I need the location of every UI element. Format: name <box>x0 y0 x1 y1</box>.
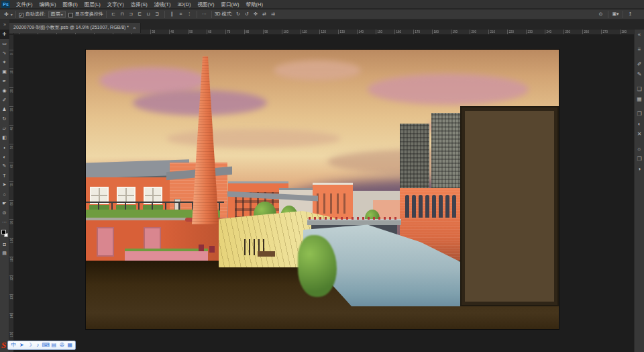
3d-orbit-icon[interactable]: ↻ <box>235 11 242 18</box>
ime-toolbox-icon[interactable]: ▦ <box>66 341 74 349</box>
type-tool[interactable]: T <box>0 171 9 180</box>
zoom-tool[interactable]: ⊙ <box>0 208 9 218</box>
scene-gray-tower <box>431 113 464 200</box>
menu-help[interactable]: 帮助(H) <box>243 0 266 9</box>
brush-settings-panel-icon[interactable]: ✎ <box>635 69 644 79</box>
path-selection-tool[interactable]: ➤ <box>0 180 9 189</box>
pasteboard[interactable] <box>14 35 634 352</box>
gradient-tool[interactable]: ◧ <box>0 133 9 142</box>
ime-lang-chinese-icon[interactable]: 中 <box>9 341 17 349</box>
crop-tool[interactable]: ▣ <box>0 67 9 77</box>
ime-pointer-icon[interactable]: ➤ <box>17 341 25 349</box>
3d-dolly-icon[interactable]: ⇉ <box>270 11 277 18</box>
ruler-label: 30 <box>9 108 13 112</box>
ime-keyboard-icon[interactable]: ⌨ <box>42 341 50 349</box>
learn-panel-icon[interactable]: ☼ <box>635 144 644 154</box>
distribute-right-icon[interactable]: ⋮ <box>186 11 193 18</box>
spot-healing-tool[interactable]: ◉ <box>0 86 9 95</box>
menu-image[interactable]: 图像(I) <box>60 0 81 9</box>
align-top-edges-icon[interactable]: ⊑ <box>136 11 144 18</box>
collapse-panels-icon[interactable]: « <box>635 30 644 40</box>
pen-tool[interactable]: ✎ <box>0 161 9 171</box>
foreground-color-swatch[interactable] <box>1 230 6 234</box>
tool-preset-caret-icon[interactable]: ▾ <box>11 12 13 17</box>
document-canvas[interactable] <box>86 50 559 329</box>
tool-list: ✛▭∿✶▣✒◉✐♟↻▱◧◗◐✎T➤○☛⊙⋯ <box>0 30 9 227</box>
menu-view[interactable]: 视图(V) <box>194 0 217 9</box>
libraries-panel-icon[interactable]: ❒ <box>635 154 644 164</box>
menu-edit[interactable]: 编辑(E) <box>36 0 60 9</box>
align-right-edges-icon[interactable]: ⊐ <box>127 11 135 18</box>
edit-toolbar-button[interactable]: ⋯ <box>0 218 9 227</box>
properties-panel-icon[interactable]: ≡ <box>635 44 644 54</box>
more-align-options-icon[interactable]: ⋯ <box>201 11 208 18</box>
brushes-panel-icon[interactable]: ✐ <box>635 59 644 69</box>
sogou-logo-icon[interactable]: S <box>1 340 6 350</box>
vertical-ruler[interactable]: 0102030405060708090100110120130140150 <box>9 35 14 352</box>
scene-windows <box>317 193 349 214</box>
ime-skin-icon[interactable]: ✇ <box>58 341 66 349</box>
blur-tool[interactable]: ◗ <box>0 142 9 152</box>
panel-dock: «≡✐✎❏▦❐◐✕☼❒◑ <box>634 30 644 352</box>
color-panel-icon[interactable]: ◑ <box>635 164 644 174</box>
swatches-panel-icon[interactable]: ▦ <box>635 94 644 104</box>
3d-slide-icon[interactable]: ⇄ <box>261 11 268 18</box>
show-transform-checkbox[interactable] <box>68 13 73 17</box>
menu-threed[interactable]: 3D(D) <box>174 0 194 9</box>
scene-cloud <box>368 74 529 105</box>
auto-select-target-dropdown[interactable]: 图层 ▾ <box>48 11 66 18</box>
toolbar-collapse-icon[interactable]: » <box>0 19 9 30</box>
clone-source-panel-icon[interactable]: ❏ <box>635 84 644 94</box>
adjustments-panel-icon[interactable]: ◐ <box>635 119 644 129</box>
menu-window[interactable]: 窗口(W) <box>217 0 242 9</box>
hand-tool[interactable]: ☛ <box>0 199 9 208</box>
close-tab-icon[interactable]: × <box>133 25 136 31</box>
menu-filter[interactable]: 滤镜(T) <box>151 0 174 9</box>
workspace-switcher-icon[interactable]: ▣▾ <box>612 11 619 18</box>
brush-tool[interactable]: ✐ <box>0 95 9 105</box>
lasso-tool[interactable]: ∿ <box>0 48 9 58</box>
marquee-tool[interactable]: ▭ <box>0 39 9 48</box>
move-tool-icon[interactable]: ✛ <box>3 11 10 17</box>
ruler-label: 200 <box>471 30 476 33</box>
screen-mode-button[interactable]: ▤ <box>0 249 9 258</box>
history-brush-tool[interactable]: ↻ <box>0 114 9 124</box>
shape-tool[interactable]: ○ <box>0 189 9 199</box>
search-icon[interactable]: ⊙ <box>597 11 604 18</box>
align-left-edges-icon[interactable]: ⊏ <box>110 11 117 18</box>
quick-selection-tool[interactable]: ✶ <box>0 58 9 67</box>
distribute-center-icon[interactable]: ≡ <box>177 10 184 17</box>
distribute-left-icon[interactable]: ∥ <box>168 11 176 18</box>
ruler-label: 150 <box>377 30 382 33</box>
ruler-label: 160 <box>396 30 401 33</box>
dodge-tool[interactable]: ◐ <box>0 152 9 161</box>
quick-mask-button[interactable]: ◘ <box>0 239 9 249</box>
scene-arched-windows <box>405 195 462 219</box>
move-tool[interactable]: ✛ <box>0 30 9 39</box>
align-h-centers-icon[interactable]: ⊓ <box>119 11 126 18</box>
clone-stamp-tool[interactable]: ♟ <box>0 105 9 114</box>
color-swatches[interactable] <box>0 228 9 239</box>
menu-file[interactable]: 文件(F) <box>13 0 36 9</box>
auto-select-label: 自动选择: <box>25 11 46 17</box>
eyedropper-tool[interactable]: ✒ <box>0 77 9 86</box>
document-tab[interactable]: 20200709-制图小教室.psb @ 14.9% (251007, RGB/… <box>9 23 141 33</box>
separator <box>608 11 608 18</box>
eraser-tool[interactable]: ▱ <box>0 124 9 133</box>
share-image-icon[interactable]: ↥ <box>627 11 634 18</box>
ime-mic-icon[interactable]: ♪ <box>34 341 42 349</box>
ime-halfmoon-icon[interactable]: ☽ <box>25 341 34 349</box>
menu-type[interactable]: 文字(Y) <box>104 0 127 9</box>
auto-select-checkbox[interactable]: ✓ <box>19 13 23 17</box>
ruler-label: 250 <box>565 30 570 33</box>
menu-layer[interactable]: 图层(L) <box>81 0 104 9</box>
3d-pan-icon[interactable]: ✜ <box>252 11 260 18</box>
layers-panel-icon[interactable]: ❐ <box>635 109 644 119</box>
align-v-centers-icon[interactable]: ⊔ <box>145 11 152 18</box>
3d-roll-icon[interactable]: ↺ <box>244 11 251 18</box>
ime-clipboard-icon[interactable]: ▤ <box>50 341 58 349</box>
align-bottom-edges-icon[interactable]: ⊒ <box>154 11 161 18</box>
paths-panel-icon[interactable]: ✕ <box>635 129 644 139</box>
separator <box>106 11 107 18</box>
menu-select[interactable]: 选择(S) <box>127 0 151 9</box>
